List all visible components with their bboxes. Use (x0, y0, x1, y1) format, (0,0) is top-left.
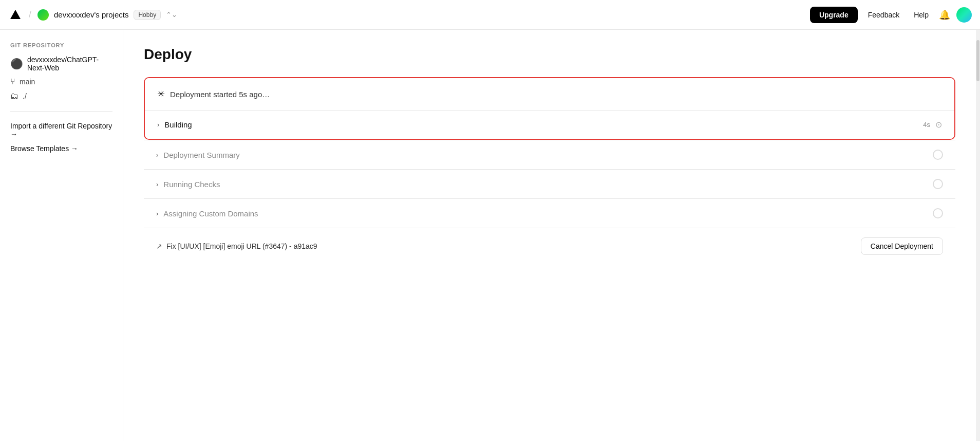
branch-icon: ⑂ (10, 77, 15, 86)
main-layout: GIT REPOSITORY ⚫ devxxxxdev/ChatGPT-Next… (0, 30, 980, 441)
project-switcher-icon[interactable]: ⌃⌄ (166, 11, 177, 19)
deploy-title: Deploy (144, 46, 955, 63)
topnav-left: / devxxxxdev's projects Hobby ⌃⌄ (8, 8, 177, 22)
import-repo-link[interactable]: Import a different Git Repository → (10, 122, 112, 138)
building-step-left: › Building (157, 120, 192, 129)
folder-icon: 🗂 (10, 91, 18, 101)
running-checks-step[interactable]: › Running Checks (144, 169, 955, 198)
git-repo-label: GIT REPOSITORY (10, 42, 112, 48)
notifications-icon[interactable]: 🔔 (939, 9, 950, 21)
branch-name: main (20, 78, 35, 86)
domains-chevron-icon: › (156, 210, 158, 217)
commit-link[interactable]: ↗ Fix [UI/UX] [Emoji] emoji URL (#3647) … (156, 242, 317, 250)
domains-step-left: › Assigning Custom Domains (156, 209, 258, 218)
deploy-steps-list: › Deployment Summary › Running Checks (144, 140, 955, 228)
checks-label: Running Checks (163, 180, 220, 189)
branch-item: ⑂ main (10, 77, 112, 86)
scrollbar-track[interactable] (976, 30, 980, 441)
summary-step-left: › Deployment Summary (156, 151, 240, 159)
building-step[interactable]: › Building 4s ⊙ (145, 110, 954, 139)
repo-name: devxxxxdev/ChatGPT-Next-Web (27, 56, 112, 72)
building-step-right: 4s ⊙ (923, 120, 942, 130)
external-link-icon: ↗ (156, 242, 162, 250)
project-name[interactable]: devxxxxdev's projects (54, 10, 128, 19)
domains-label: Assigning Custom Domains (163, 209, 258, 218)
commit-text: Fix [UI/UX] [Emoji] emoji URL (#3647) - … (166, 242, 317, 250)
checks-status-icon (933, 179, 943, 189)
project-icon (37, 9, 49, 21)
loading-spinner-icon: ✳ (157, 88, 165, 100)
building-spinner-icon: ⊙ (935, 120, 942, 130)
summary-chevron-icon: › (156, 151, 158, 159)
svg-marker-0 (10, 10, 21, 19)
summary-status-icon (933, 150, 943, 160)
sidebar: GIT REPOSITORY ⚫ devxxxxdev/ChatGPT-Next… (0, 30, 123, 441)
help-button[interactable]: Help (910, 9, 933, 21)
main-content: Deploy ✳ Deployment started 5s ago… › Bu… (123, 30, 976, 441)
folder-item: 🗂 ./ (10, 91, 112, 101)
domains-step-right (933, 208, 943, 218)
deploy-status-text: Deployment started 5s ago… (170, 90, 270, 99)
feedback-button[interactable]: Feedback (864, 9, 903, 21)
building-chevron-icon: › (157, 121, 159, 128)
custom-domains-step[interactable]: › Assigning Custom Domains (144, 198, 955, 228)
github-icon: ⚫ (10, 58, 23, 70)
vercel-logo[interactable] (8, 8, 23, 22)
avatar[interactable] (956, 7, 972, 23)
hobby-badge: Hobby (134, 10, 161, 20)
topnav-right: Upgrade Feedback Help 🔔 (810, 7, 972, 23)
domains-status-icon (933, 208, 943, 218)
deploy-status-header: ✳ Deployment started 5s ago… (145, 78, 954, 110)
summary-step-right (933, 150, 943, 160)
building-label: Building (164, 120, 192, 129)
summary-label: Deployment Summary (163, 151, 239, 159)
upgrade-button[interactable]: Upgrade (810, 7, 858, 23)
separator: / (29, 9, 31, 20)
folder-path: ./ (23, 92, 27, 100)
checks-step-right (933, 179, 943, 189)
cancel-deployment-button[interactable]: Cancel Deployment (861, 237, 943, 255)
deployment-summary-step[interactable]: › Deployment Summary (144, 140, 955, 169)
top-navigation: / devxxxxdev's projects Hobby ⌃⌄ Upgrade… (0, 0, 980, 30)
browse-templates-link[interactable]: Browse Templates → (10, 144, 112, 153)
checks-chevron-icon: › (156, 180, 158, 188)
deploy-status-box: ✳ Deployment started 5s ago… › Building … (144, 77, 955, 140)
checks-step-left: › Running Checks (156, 180, 220, 189)
repo-item[interactable]: ⚫ devxxxxdev/ChatGPT-Next-Web (10, 56, 112, 72)
scrollbar-thumb[interactable] (976, 40, 979, 81)
sidebar-divider (10, 111, 112, 112)
building-time: 4s (923, 121, 930, 128)
deploy-bottom-bar: ↗ Fix [UI/UX] [Emoji] emoji URL (#3647) … (144, 228, 955, 264)
